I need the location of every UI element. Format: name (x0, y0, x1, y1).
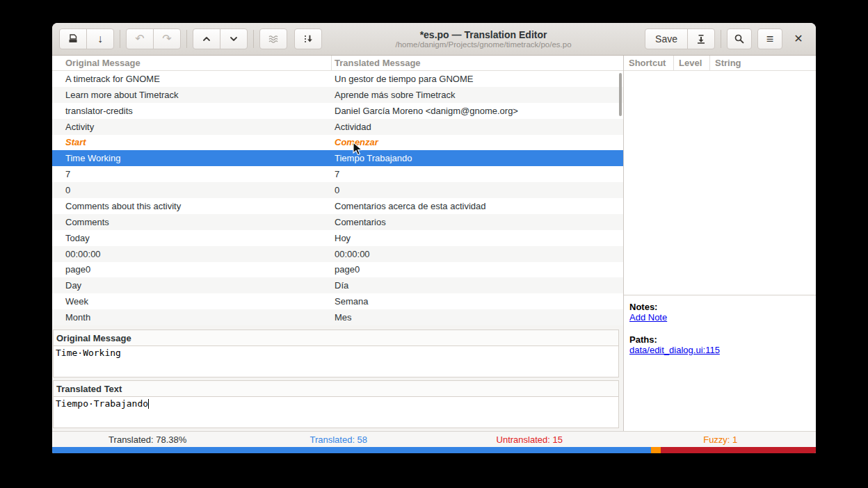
original-cell: 00:00:00 (52, 249, 332, 259)
original-message-label: Original Message (56, 333, 131, 343)
translated-cell: 7 (332, 169, 623, 179)
desktop-background: ↓ ↶ ↷ (0, 0, 868, 488)
save-as-button[interactable] (687, 29, 715, 49)
next-message-button[interactable] (220, 29, 248, 49)
hamburger-menu-icon: ≡ (766, 33, 774, 45)
original-cell: Day (52, 280, 332, 291)
editor-panels: Original Message Time·Working Translated… (52, 325, 623, 431)
message-table-body[interactable]: A timetrack for GNOMEUn gestor de tiempo… (52, 71, 623, 325)
translation-editor-window: ↓ ↶ ↷ (52, 23, 816, 453)
sidebar: Shortcut Level String Notes: Add Note Pa… (624, 56, 816, 431)
translated-cell: Día (332, 280, 623, 291)
progress-translated-segment (52, 447, 651, 453)
vertical-scrollbar[interactable] (619, 73, 622, 116)
message-nav-group (193, 29, 248, 49)
table-row[interactable]: 77 (52, 166, 623, 182)
original-cell: 0 (52, 185, 332, 195)
translated-cell: Hoy (332, 233, 623, 243)
close-window-button[interactable]: ✕ (788, 29, 809, 49)
table-row[interactable]: Time WorkingTiempo Trabajando (52, 150, 623, 166)
message-table-header: Original Message Translated Message (52, 56, 623, 71)
notes-section: Notes: Add Note Paths: data/edit_dialog.… (624, 295, 816, 431)
table-row[interactable]: DayDía (52, 277, 623, 293)
table-row[interactable]: CommentsComentarios (52, 214, 623, 230)
titlebox: *es.po — Translation Editor /home/danigm… (328, 29, 639, 49)
original-cell: Month (52, 312, 332, 323)
translated-cell: Semana (332, 296, 623, 307)
status-fuzzy-count: Fuzzy: 1 (625, 434, 817, 445)
toolbar-separator (253, 30, 254, 48)
window-body: Original Message Translated Message A ti… (52, 56, 816, 431)
window-subtitle: /home/danigm/Projects/gnome/timetrack/po… (328, 40, 639, 49)
original-cell: Week (52, 296, 332, 307)
toolbar-separator (721, 30, 721, 48)
notes-label: Notes: (629, 302, 810, 312)
table-row[interactable]: page0page0 (52, 262, 623, 278)
original-cell: translator-credits (52, 106, 332, 116)
translated-cell: Aprende más sobre Timetrack (332, 90, 623, 100)
statusbar: Translated: 78.38% Translated: 58 Untran… (52, 431, 816, 447)
close-icon: ✕ (794, 33, 803, 44)
status-translated-count: Translated: 58 (243, 434, 435, 445)
table-row[interactable]: Learn more about TimetrackAprende más so… (52, 87, 623, 103)
status-untranslated-count: Untranslated: 15 (434, 434, 625, 445)
message-area: Original Message Translated Message A ti… (52, 56, 624, 431)
translated-text-input[interactable]: Tiempo·Trabajando (53, 397, 619, 428)
search-button[interactable] (727, 29, 752, 49)
undo-icon: ↶ (135, 33, 144, 44)
table-row[interactable]: translator-creditsDaniel García Moreno <… (52, 103, 623, 119)
toggle-fuzzy-button[interactable] (259, 29, 287, 49)
column-header-original[interactable]: Original Message (52, 56, 332, 70)
toolbar-separator (186, 30, 187, 48)
fuzzy-waves-icon (268, 33, 279, 44)
translated-cell: page0 (332, 264, 623, 275)
table-row[interactable]: Comments about this activityComentarios … (52, 198, 623, 214)
table-row[interactable]: MonthMes (52, 309, 623, 325)
arrow-down-icon: ↓ (97, 33, 103, 44)
original-cell: Learn more about Timetrack (52, 90, 332, 100)
sidebar-table-header: Shortcut Level String (624, 56, 816, 71)
save-button[interactable]: Save (645, 29, 688, 49)
translated-cell: Comenzar (332, 137, 623, 147)
document-open-icon (67, 33, 79, 44)
table-row[interactable]: 00 (52, 182, 623, 198)
translated-cell: Tiempo Trabajando (332, 153, 623, 163)
status-translated-percent: Translated: 78.38% (52, 434, 243, 445)
table-row[interactable]: StartComenzar (52, 135, 623, 151)
translation-progress-bar (52, 447, 816, 453)
table-row[interactable]: TodayHoy (52, 230, 623, 246)
previous-message-button[interactable] (193, 29, 220, 49)
original-cell: 7 (52, 169, 332, 179)
menu-button[interactable]: ≡ (757, 29, 782, 49)
table-row[interactable]: A timetrack for GNOMEUn gestor de tiempo… (52, 71, 623, 87)
search-icon (734, 33, 745, 44)
column-header-level[interactable]: Level (674, 56, 710, 70)
translated-cell: Mes (332, 312, 623, 323)
translated-cell: 0 (332, 185, 623, 195)
column-header-shortcut[interactable]: Shortcut (624, 56, 674, 70)
save-group: Save (645, 29, 715, 49)
translated-cell: Comentarios acerca de esta actividad (332, 201, 623, 211)
table-row[interactable]: WeekSemana (52, 293, 623, 309)
table-row[interactable]: 00:00:0000:00:00 (52, 246, 623, 262)
redo-button[interactable]: ↷ (153, 29, 181, 49)
add-note-link[interactable]: Add Note (629, 312, 667, 323)
column-header-translated[interactable]: Translated Message (332, 56, 623, 70)
download-po-button[interactable]: ↓ (86, 29, 114, 49)
translated-cell: Comentarios (332, 217, 623, 227)
table-row[interactable]: ActivityActividad (52, 119, 623, 135)
translated-text-panel-header: Translated Text (53, 380, 619, 397)
translated-text-value: Tiempo·Trabajando (56, 398, 148, 409)
original-cell: A timetrack for GNOME (52, 74, 332, 84)
path-link[interactable]: data/edit_dialog.ui:115 (629, 345, 720, 355)
translated-text-label: Translated Text (56, 384, 122, 394)
jump-next-untranslated-button[interactable] (294, 29, 322, 49)
open-file-button[interactable] (59, 29, 87, 49)
column-header-string[interactable]: String (710, 56, 816, 70)
dots-down-arrow-icon (303, 33, 314, 44)
undo-redo-group: ↶ ↷ (126, 29, 181, 49)
undo-button[interactable]: ↶ (126, 29, 154, 49)
original-cell: Start (52, 137, 332, 147)
shortcut-list-empty (624, 71, 816, 295)
redo-icon: ↷ (162, 33, 171, 44)
